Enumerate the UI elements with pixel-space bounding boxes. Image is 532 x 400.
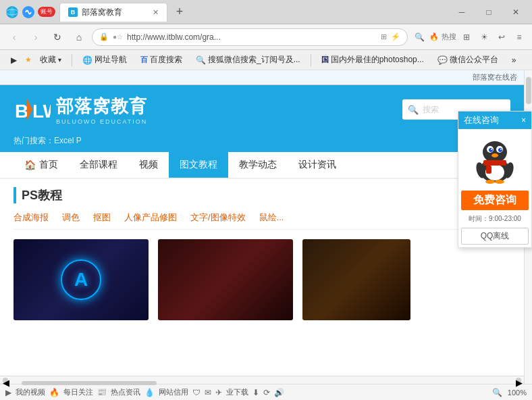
favorites-star-icon: ★ bbox=[25, 55, 32, 64]
hot-search-label: 热搜 bbox=[442, 32, 456, 42]
status-text: 部落窝在线咨 bbox=[473, 72, 517, 82]
bookmark-nav[interactable]: 🌐 网址导航 bbox=[77, 53, 132, 68]
svg-rect-16 bbox=[483, 160, 506, 166]
search-placeholder: 搜索 bbox=[423, 104, 439, 116]
home-button[interactable]: ⌂ bbox=[70, 28, 88, 46]
share-icon: ⟳ bbox=[263, 388, 270, 397]
page-inner: 部落窝在线咨 B LW 部落窝教育 BULUOWO bbox=[0, 70, 524, 384]
lightning-icon: ⚡ bbox=[391, 32, 400, 41]
h-scroll-thumb[interactable] bbox=[22, 381, 157, 385]
horizontal-scrollbar[interactable]: ◀ ▶ bbox=[0, 376, 524, 384]
cat-tab-color[interactable]: 调色 bbox=[62, 211, 80, 224]
nav-left-icon: ▶ bbox=[11, 55, 17, 65]
more-bookmarks-label: » bbox=[512, 55, 516, 65]
bookmark-sogou[interactable]: 🔍 搜狐微信搜索_订阅号及... bbox=[190, 53, 306, 68]
status-news[interactable]: 热点资讯 bbox=[111, 387, 140, 397]
hot-search-icon: 🔥 bbox=[429, 32, 439, 41]
address-bar[interactable]: 🔒 ●☆ http://www.itblw.com/gra... ⊞ ⚡ bbox=[92, 28, 408, 46]
search-magnifier-icon: 🔍 bbox=[408, 105, 419, 115]
scroll-thumb[interactable] bbox=[526, 77, 531, 104]
favorites-dropdown-icon: ▾ bbox=[58, 56, 61, 64]
tab-title: 部落窝教育 bbox=[82, 7, 122, 18]
bookmark-toggle[interactable]: ▶ bbox=[5, 53, 22, 68]
bookmark-separator-1 bbox=[72, 54, 72, 66]
status-daily[interactable]: 每日关注 bbox=[63, 387, 93, 397]
window-controls: ─ □ ✕ bbox=[451, 5, 527, 19]
baidu-icon: 百 bbox=[140, 55, 148, 65]
browser-tab[interactable]: B 部落窝教育 ✕ bbox=[59, 3, 167, 22]
consult-close-button[interactable]: × bbox=[521, 116, 526, 125]
back-button[interactable]: ‹ bbox=[5, 28, 23, 46]
maximize-button[interactable]: □ bbox=[478, 5, 500, 19]
extensions-icon: ⊞ bbox=[381, 32, 387, 41]
bookmark-wechat[interactable]: 💬 微信公众平台 bbox=[432, 53, 504, 68]
status-video[interactable]: 我的视频 bbox=[16, 387, 45, 397]
hot-search-bar: 热门搜索：Excel P bbox=[0, 134, 524, 152]
brightness-icon[interactable]: ☀ bbox=[477, 30, 491, 45]
nav-item-tutorial[interactable]: 图文教程 bbox=[169, 152, 228, 178]
consult-title: 在线咨询 bbox=[464, 114, 499, 126]
bookmarks-bar: ▶ ★ 收藏 ▾ 🌐 网址导航 百 百度搜索 🔍 搜狐微信搜索_订阅号及... … bbox=[0, 50, 532, 70]
site-header: B LW 部落窝教育 BULUOWO EDUCATION 🔍 搜索 bbox=[0, 85, 524, 134]
nav-video-label: 视频 bbox=[139, 159, 158, 171]
secondary-browser-icon bbox=[22, 5, 35, 19]
thumb-card-2[interactable] bbox=[158, 239, 293, 320]
nav-home-label: 首页 bbox=[39, 159, 58, 171]
bookmark-more[interactable]: » bbox=[506, 53, 522, 68]
page-status-notice: 部落窝在线咨 bbox=[0, 70, 524, 85]
site-logo-icon: B LW bbox=[14, 93, 51, 126]
forward-button[interactable]: › bbox=[27, 28, 45, 46]
svg-rect-17 bbox=[486, 166, 491, 174]
volume-icon: 🔊 bbox=[274, 388, 284, 397]
download-label[interactable]: 业下载 bbox=[226, 387, 248, 397]
cat-tab-mouse[interactable]: 鼠绘... bbox=[259, 211, 284, 224]
home-nav-icon: 🏠 bbox=[24, 159, 36, 170]
security-icon: 🔒 bbox=[99, 32, 109, 41]
bookmark-photoshop[interactable]: 国 国内外最佳的photoshop... bbox=[316, 53, 429, 68]
ps-icon: 国 bbox=[321, 55, 329, 65]
new-tab-button[interactable]: + bbox=[171, 4, 188, 20]
cat-tab-poster[interactable]: 合成海报 bbox=[14, 211, 49, 224]
baidu-label: 百度搜索 bbox=[150, 54, 182, 66]
tab-close-button[interactable]: ✕ bbox=[153, 8, 159, 17]
consult-popup: 在线咨询 × bbox=[458, 111, 532, 248]
undo-icon[interactable]: ↩ bbox=[494, 30, 509, 45]
logo-text-area: 部落窝教育 BULUOWO EDUCATION bbox=[56, 95, 147, 125]
cat-tab-cutout[interactable]: 抠图 bbox=[93, 211, 111, 224]
consult-qq-button[interactable]: QQ离线 bbox=[461, 228, 529, 245]
sogou-icon: 🔍 bbox=[196, 55, 206, 65]
minimize-button[interactable]: ─ bbox=[451, 5, 473, 19]
cat-tab-text[interactable]: 文字/图像特效 bbox=[190, 211, 246, 224]
cat-tab-portrait[interactable]: 人像产品修图 bbox=[124, 211, 177, 224]
consult-time: 时间：9:00-23:00 bbox=[458, 213, 531, 225]
nav-item-news[interactable]: 教学动态 bbox=[228, 152, 288, 178]
account-badge[interactable]: 账号 bbox=[38, 7, 55, 17]
sogou-label: 搜狐微信搜索_订阅号及... bbox=[208, 54, 300, 66]
cert-icon: ●☆ bbox=[113, 33, 123, 41]
thumb-image-3 bbox=[302, 239, 410, 320]
fire-icon: 🔥 bbox=[49, 388, 59, 397]
nav-item-courses[interactable]: 全部课程 bbox=[69, 152, 128, 178]
svg-marker-4 bbox=[27, 99, 32, 120]
neon-circle-icon: A bbox=[61, 259, 101, 300]
grid-icon[interactable]: ⊞ bbox=[459, 30, 474, 45]
svg-point-21 bbox=[495, 180, 504, 184]
msg-icon: ✉ bbox=[205, 388, 211, 397]
refresh-button[interactable]: ↻ bbox=[49, 28, 66, 46]
status-credit[interactable]: 网站信用 bbox=[159, 387, 188, 397]
thumb-card-3[interactable] bbox=[302, 239, 437, 320]
nav-item-home[interactable]: 🏠 首页 bbox=[14, 152, 69, 178]
bookmark-favorites[interactable]: 收藏 ▾ bbox=[34, 53, 67, 68]
bookmark-baidu[interactable]: 百 百度搜索 bbox=[135, 53, 188, 68]
download-icon: ⬇ bbox=[252, 388, 259, 397]
nav-right-icons: 🔍 🔥 热搜 ⊞ ☀ ↩ ≡ bbox=[412, 30, 527, 45]
nav-item-video[interactable]: 视频 bbox=[128, 152, 169, 178]
nav-item-design[interactable]: 设计资讯 bbox=[288, 152, 347, 178]
menu-icon[interactable]: ≡ bbox=[512, 30, 527, 45]
search-icon[interactable]: 🔍 bbox=[412, 30, 427, 45]
h-scroll-right-btn[interactable]: ▶ bbox=[516, 378, 521, 383]
close-button[interactable]: ✕ bbox=[505, 5, 527, 19]
h-scroll-left-btn[interactable]: ◀ bbox=[3, 378, 8, 383]
consult-free-label: 免费咨询 bbox=[461, 191, 529, 210]
thumb-card-1[interactable]: A bbox=[14, 239, 149, 320]
